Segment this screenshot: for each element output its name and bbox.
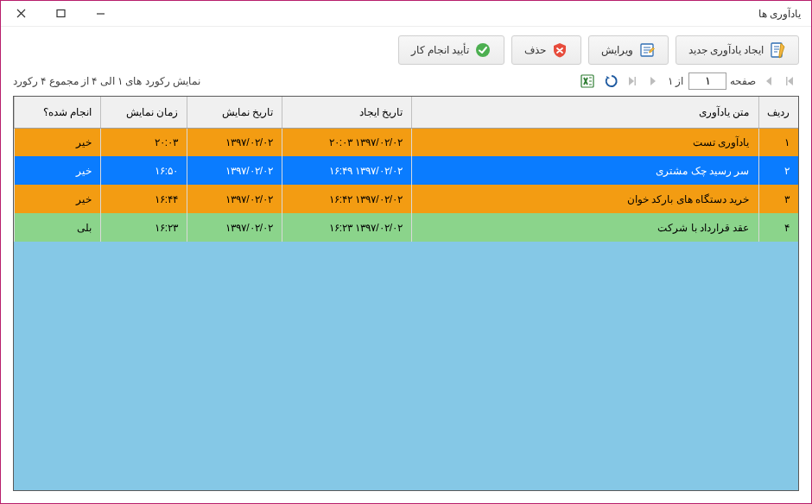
page-of-total: از ۱ [664,75,687,87]
toolbar: ایجاد یادآوری جدید ویرایش حذف تأیید انجا… [1,27,811,72]
cell-created: ۱۳۹۷/۰۲/۰۲ ۱۶:۴۲ [282,185,412,213]
confirm-done-button[interactable]: تأیید انجام کار [398,35,504,65]
col-showtime[interactable]: زمان نمایش [101,97,187,128]
cell-text: سر رسید چک مشتری [412,156,759,185]
grid: ردیف متن یادآوری تاریخ ایجاد تاریخ نمایش… [13,96,799,491]
table-row[interactable]: ۳خرید دستگاه های بارکد خوان۱۳۹۷/۰۲/۰۲ ۱۶… [15,185,799,213]
minimize-button[interactable] [80,1,120,26]
check-icon [474,41,492,59]
window-title: یادآوری ها [758,8,801,20]
cell-created: ۱۳۹۷/۰۲/۰۲ ۲۰:۰۳ [282,128,412,156]
cell-no: ۱ [758,128,798,156]
export-excel-button[interactable] [578,72,597,90]
header-row: ردیف متن یادآوری تاریخ ایجاد تاریخ نمایش… [15,97,799,128]
pagination-bar: صفحه از ۱ نمایش رکورد های ۱ الی ۴ از مجم… [1,72,811,96]
cell-text: خرید دستگاه های بارکد خوان [412,185,759,213]
cell-no: ۴ [758,213,798,242]
svg-rect-4 [786,77,788,85]
maximize-button[interactable] [41,1,80,26]
cell-done: خیر [15,128,101,156]
edit-icon [638,41,656,59]
cell-created: ۱۳۹۷/۰۲/۰۲ ۱۶:۲۳ [282,213,412,242]
cell-show_time: ۲۰:۰۳ [101,128,187,156]
last-page-button[interactable] [623,72,642,90]
cell-text: یادآوری تست [412,128,759,156]
page-input[interactable] [688,72,726,90]
svg-rect-5 [634,77,636,85]
cell-show_time: ۱۶:۲۳ [101,213,187,242]
confirm-done-label: تأیید انجام کار [411,44,469,57]
new-reminder-label: ایجاد یادآوری جدید [688,44,764,57]
table: ردیف متن یادآوری تاریخ ایجاد تاریخ نمایش… [14,97,798,242]
delete-button[interactable]: حذف [511,35,581,65]
refresh-button[interactable] [602,72,621,90]
table-row[interactable]: ۲سر رسید چک مشتری۱۳۹۷/۰۲/۰۲ ۱۶:۴۹۱۳۹۷/۰۲… [15,156,799,185]
first-page-button[interactable] [780,72,799,90]
record-status: نمایش رکورد های ۱ الی ۴ از مجموع ۴ رکورد [13,75,200,87]
col-rowno[interactable]: ردیف [758,97,798,128]
svg-point-3 [476,43,490,57]
titlebar: یادآوری ها [1,1,811,27]
new-reminder-button[interactable]: ایجاد یادآوری جدید [676,35,799,65]
col-text[interactable]: متن یادآوری [412,97,759,128]
col-created[interactable]: تاریخ ایجاد [282,97,412,128]
cell-show_time: ۱۶:۵۰ [101,156,187,185]
page-label: صفحه [728,75,758,87]
col-done[interactable]: انجام شده؟ [15,97,101,128]
edit-label: ویرایش [601,44,633,57]
table-row[interactable]: ۱یادآوری تست۱۳۹۷/۰۲/۰۲ ۲۰:۰۳۱۳۹۷/۰۲/۰۲۲۰… [15,128,799,156]
svg-rect-0 [57,10,65,17]
cell-done: خیر [15,156,101,185]
cell-show_date: ۱۳۹۷/۰۲/۰۲ [187,185,282,213]
cell-show_date: ۱۳۹۷/۰۲/۰۲ [187,128,282,156]
app-window: یادآوری ها ایجاد یادآوری جدید ویرایش حذف… [0,0,812,504]
grid-empty-area [14,242,798,490]
pagination-controls: صفحه از ۱ [578,72,799,90]
cell-created: ۱۳۹۷/۰۲/۰۲ ۱۶:۴۹ [282,156,412,185]
next-page-button[interactable] [644,72,663,90]
cell-show_date: ۱۳۹۷/۰۲/۰۲ [187,156,282,185]
delete-label: حذف [524,44,546,57]
window-controls [1,1,120,26]
prev-page-button[interactable] [759,72,778,90]
cell-show_time: ۱۶:۴۴ [101,185,187,213]
cell-text: عقد قرارداد با شرکت [412,213,759,242]
close-button[interactable] [1,1,41,26]
col-showdate[interactable]: تاریخ نمایش [187,97,282,128]
cell-done: بلی [15,213,101,242]
new-icon [769,41,786,59]
cell-show_date: ۱۳۹۷/۰۲/۰۲ [187,213,282,242]
cell-done: خیر [15,185,101,213]
delete-icon [551,41,568,59]
cell-no: ۳ [758,185,798,213]
cell-no: ۲ [758,156,798,185]
table-row[interactable]: ۴عقد قرارداد با شرکت۱۳۹۷/۰۲/۰۲ ۱۶:۲۳۱۳۹۷… [15,213,799,242]
edit-button[interactable]: ویرایش [588,35,669,65]
